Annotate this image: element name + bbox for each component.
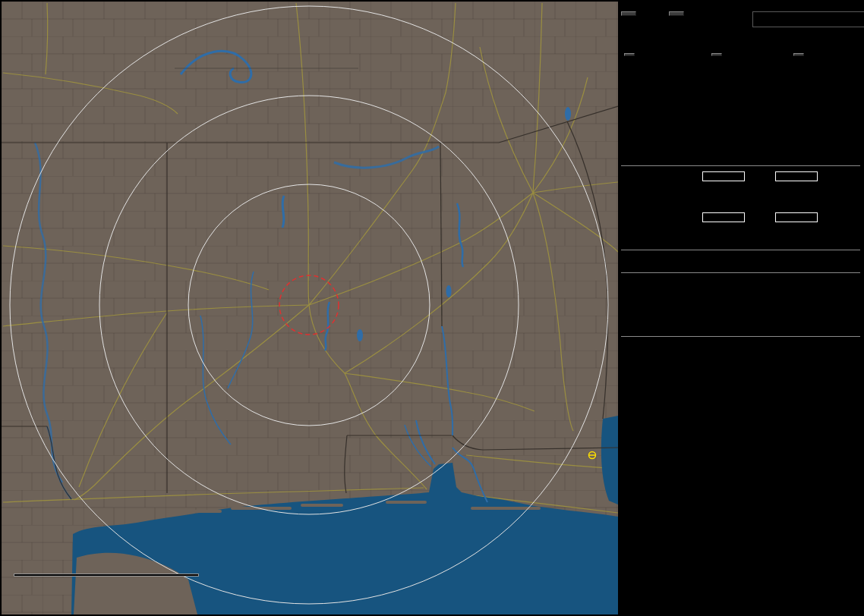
pos-ic-bar: [702, 212, 745, 222]
lightning-map[interactable]: [2, 2, 618, 614]
separator: [621, 165, 860, 166]
separator: [621, 272, 860, 273]
close-per-min-label: [711, 53, 722, 56]
trend-graph: [619, 401, 860, 611]
strike-mode-button[interactable]: [621, 11, 636, 16]
uptime-row: [619, 349, 864, 364]
persistence-row: [619, 299, 864, 314]
noise-mode-button[interactable]: [669, 11, 684, 16]
cloud-ground-row: [619, 171, 864, 181]
map-container: [2, 2, 618, 614]
pos-cg-bar: [702, 171, 745, 181]
noises-per-min-label: [793, 53, 804, 56]
strikes-per-min-label: [624, 53, 635, 56]
intracloud-row: [619, 212, 864, 222]
range-row: [619, 314, 864, 329]
map-legend: [14, 574, 199, 577]
status-panel: [619, 0, 864, 616]
peak-rate-row: [619, 366, 864, 382]
separator: [621, 336, 860, 337]
separator: [621, 250, 860, 250]
app-window: [0, 0, 864, 616]
neg-cg-bar: [775, 171, 818, 181]
squelch-row: [619, 284, 864, 299]
bearing-display: [752, 11, 864, 27]
neg-ic-bar: [775, 212, 818, 222]
